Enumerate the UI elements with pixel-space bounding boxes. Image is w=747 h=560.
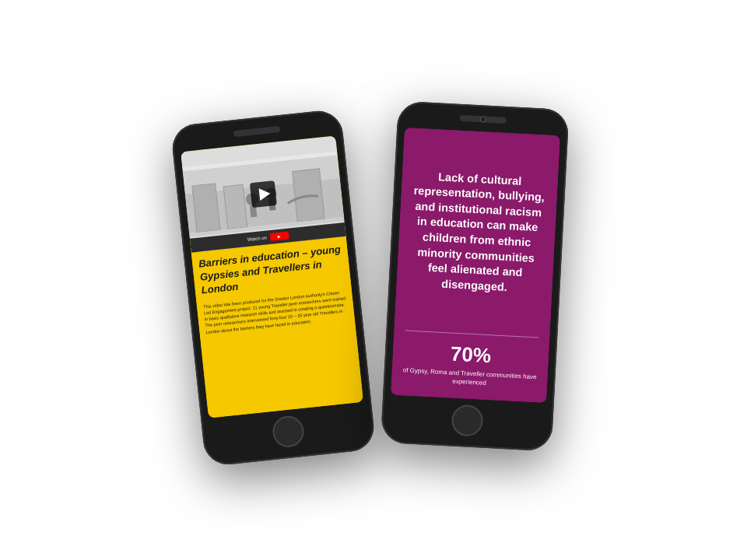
video-thumbnail[interactable]: Barriers in education - ··· xyxy=(181,136,345,253)
stat-percentage: 70% xyxy=(403,340,538,369)
play-button[interactable] xyxy=(250,180,277,208)
right-main-text-area: Lack of cultural representation, bullyin… xyxy=(395,128,560,338)
right-phone-screen: Lack of cultural representation, bullyin… xyxy=(391,128,560,403)
right-stat-area: 70% of Gypsy, Roma and Traveller communi… xyxy=(391,331,549,403)
stat-description: of Gypsy, Roma and Traveller communities… xyxy=(402,366,537,390)
left-phone-screen: Barriers in education - ··· xyxy=(181,136,363,418)
youtube-logo-small xyxy=(269,232,289,241)
svg-rect-2 xyxy=(192,184,220,233)
right-screen-content: Lack of cultural representation, bullyin… xyxy=(391,128,560,403)
left-screen-content: Barriers in education - ··· xyxy=(181,136,363,418)
right-phone: Lack of cultural representation, bullyin… xyxy=(381,101,570,452)
left-text-area: Barriers in education – young Gypsies an… xyxy=(191,236,363,418)
svg-rect-3 xyxy=(223,184,247,229)
left-body-text: This video has been produced for the Gre… xyxy=(203,289,349,335)
camera-dot xyxy=(480,116,486,122)
right-headline: Lack of cultural representation, bullyin… xyxy=(407,168,547,296)
left-headline: Barriers in education – young Gypsies an… xyxy=(198,243,345,298)
scene: Barriers in education - ··· xyxy=(0,0,747,560)
left-phone: Barriers in education - ··· xyxy=(170,109,377,467)
watch-on-text: Watch on xyxy=(247,235,268,242)
